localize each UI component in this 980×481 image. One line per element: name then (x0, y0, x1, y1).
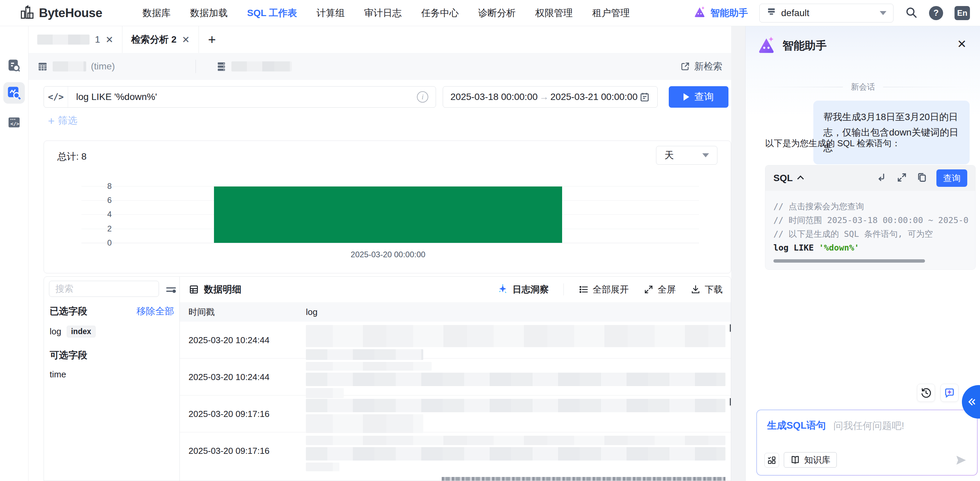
row-log-redacted (306, 395, 731, 432)
user-message-bubble: 帮我生成3月18日至3月20日的日志，仅输出包含down关键词的日志 (813, 100, 970, 164)
workspace-selector[interactable]: default (759, 4, 894, 22)
skills-grid-icon (767, 456, 776, 465)
fullscreen-button[interactable]: 全屏 (644, 284, 676, 296)
download-button[interactable]: 下载 (690, 284, 723, 296)
tab-2-close-icon[interactable]: ✕ (182, 34, 189, 45)
close-icon[interactable]: ✕ (957, 38, 967, 49)
redacted-table-name (231, 61, 292, 72)
column-header-timestamp[interactable]: 时间戳 (180, 306, 306, 318)
tab-2-search-analysis[interactable]: 检索分析 2 ✕ (123, 26, 199, 53)
x-axis-label: 2025-03-20 00:00:00 (214, 250, 562, 259)
add-filter-button[interactable]: + 筛选 (48, 114, 78, 127)
copy-icon[interactable] (916, 172, 928, 185)
sql-card-actions: 查询 (876, 169, 967, 187)
new-chat-button[interactable] (940, 384, 959, 402)
field-search-box (49, 281, 159, 297)
selected-fields-title: 已选字段 (49, 305, 87, 318)
table-selector[interactable] (216, 61, 292, 72)
history-button[interactable] (917, 384, 935, 402)
interval-selector[interactable]: 天 (656, 146, 718, 165)
expand-icon[interactable] (896, 172, 908, 185)
query-expression-input[interactable] (68, 92, 417, 102)
fullscreen-icon (644, 284, 654, 295)
selected-field-log[interactable]: log index (49, 326, 95, 338)
ai-reply-intro: 以下是为您生成的 SQL 检索语句： (765, 137, 900, 149)
send-button[interactable] (954, 454, 967, 468)
table-row[interactable]: 2025-03-20 09:17:16 (180, 432, 731, 469)
histogram-bar-2025-03-20[interactable] (214, 186, 562, 243)
menu-compute-groups[interactable]: 计算组 (317, 7, 345, 19)
sql-code-block[interactable]: // 点击搜索会为您查询 // 时间范围 2025-03-18 00:00:00… (765, 191, 975, 269)
ai-assistant-label: 智能助手 (710, 7, 748, 19)
brand-logo[interactable]: ByteHouse (19, 5, 102, 21)
results-card: 已选字段 移除全部 log index 可选字段 time 数据明细 (44, 276, 731, 481)
brand-name: ByteHouse (39, 6, 102, 20)
horizontal-scrollbar[interactable] (773, 259, 925, 263)
menu-permissions[interactable]: 权限管理 (535, 7, 573, 19)
info-icon[interactable]: i (417, 91, 428, 103)
generate-sql-chip[interactable]: 生成SQL语句 (767, 419, 826, 432)
sql-language-label: SQL (773, 173, 793, 183)
chat-input-box[interactable]: 生成SQL语句 问我任何问题吧! 知识库 (757, 410, 977, 475)
tab-1[interactable]: 1 ✕ (29, 26, 123, 53)
code-comment-line: // 点击搜索会为您查询 (773, 199, 967, 213)
ai-assistant-entry[interactable]: 智能助手 (693, 5, 748, 21)
sql-run-button[interactable]: 查询 (936, 169, 967, 187)
table-row[interactable]: 2025-03-20 10:24:44 (180, 358, 731, 395)
row-timestamp: 2025-03-20 09:17:16 (180, 395, 306, 432)
search-icon[interactable] (905, 6, 918, 20)
divider (563, 284, 564, 296)
menu-diagnostics[interactable]: 诊断分析 (478, 7, 516, 19)
new-search-link[interactable]: 新检索 (680, 60, 722, 73)
run-query-button[interactable]: 查询 (669, 86, 729, 108)
available-fields-title: 可选字段 (49, 349, 87, 362)
rail-sql-editor-icon[interactable]: </> (3, 112, 25, 133)
table-title-label: 数据明细 (204, 283, 242, 296)
menu-task-center[interactable]: 任务中心 (421, 7, 459, 19)
rail-search-analysis-icon[interactable] (3, 82, 25, 104)
data-detail-table: 数据明细 日志洞察 (180, 277, 731, 481)
run-query-label: 查询 (695, 90, 714, 104)
left-rail: </> (0, 26, 29, 481)
language-toggle[interactable]: En (955, 6, 970, 20)
table-icon (37, 61, 48, 72)
menu-audit-logs[interactable]: 审计日志 (364, 7, 402, 19)
ai-assistant-panel: 智能助手 ✕ 新会话 帮我生成3月18日至3月20日的日志，仅输出包含down关… (745, 26, 980, 481)
workspace-icon (766, 7, 776, 19)
menu-data-loading[interactable]: 数据加载 (190, 7, 228, 19)
skills-button[interactable] (764, 453, 779, 468)
new-tab-button[interactable]: + (199, 26, 225, 53)
table-row[interactable]: 2025-03-20 09:17:16 (180, 395, 731, 432)
insert-to-editor-icon[interactable] (876, 172, 888, 185)
sql-card-header: SQL (765, 166, 975, 191)
table-row[interactable]: 2025-03-20 10:24:44 (180, 322, 731, 358)
menu-sql-worksheet[interactable]: SQL 工作表 (247, 7, 297, 19)
menu-tenant-mgmt[interactable]: 租户管理 (592, 7, 630, 19)
field-log-name: log (49, 327, 61, 337)
menu-databases[interactable]: 数据库 (143, 7, 171, 19)
divider (883, 87, 969, 87)
y-tick-2: 2 (85, 224, 112, 233)
field-search-input[interactable] (49, 284, 180, 294)
rail-log-query-icon[interactable] (3, 55, 25, 76)
knowledge-base-button[interactable]: 知识库 (784, 452, 837, 468)
collapse-chevron-icon[interactable] (797, 175, 804, 182)
row-log-redacted (306, 432, 731, 469)
list-icon (579, 284, 589, 295)
expand-all-button[interactable]: 全部展开 (579, 284, 629, 296)
new-search-label: 新检索 (694, 60, 722, 73)
svg-text:</>: </> (10, 121, 19, 126)
time-field-selector[interactable]: (time) (37, 61, 115, 72)
date-range-picker[interactable]: 2025-03-18 00:00:00 → 2025-03-21 00:00:0… (443, 86, 658, 108)
tab-1-close-icon[interactable]: ✕ (106, 34, 113, 45)
available-field-time[interactable]: time (49, 369, 66, 380)
log-insight-button[interactable]: 日志洞察 (497, 284, 549, 296)
send-icon (954, 454, 967, 467)
field-display-settings-icon[interactable] (165, 284, 177, 297)
field-time-name: time (49, 369, 66, 380)
remove-all-link[interactable]: 移除全部 (137, 305, 174, 318)
column-header-log[interactable]: log (306, 307, 731, 317)
code-sql-line: log LIKE '%down%' (773, 241, 967, 255)
chat-quick-actions (917, 384, 959, 402)
help-icon[interactable]: ? (929, 6, 943, 20)
